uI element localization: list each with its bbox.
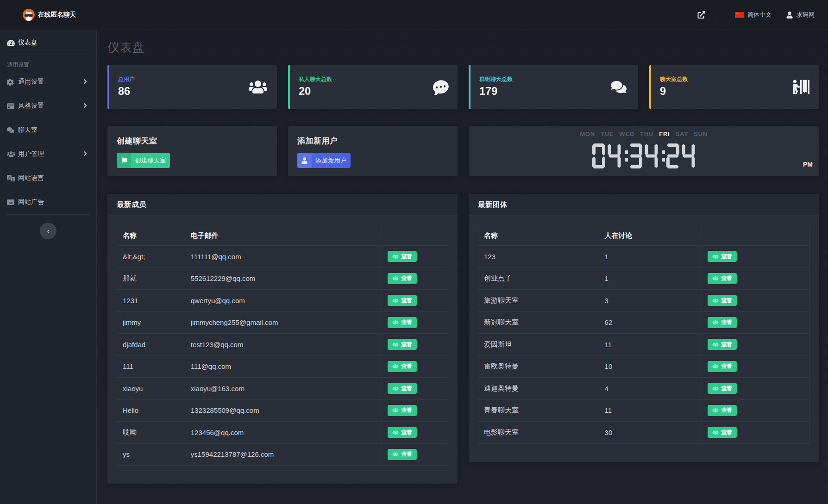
svg-text:文: 文	[11, 178, 14, 181]
svg-text:Ad: Ad	[9, 201, 13, 204]
svg-text:A: A	[8, 176, 11, 179]
